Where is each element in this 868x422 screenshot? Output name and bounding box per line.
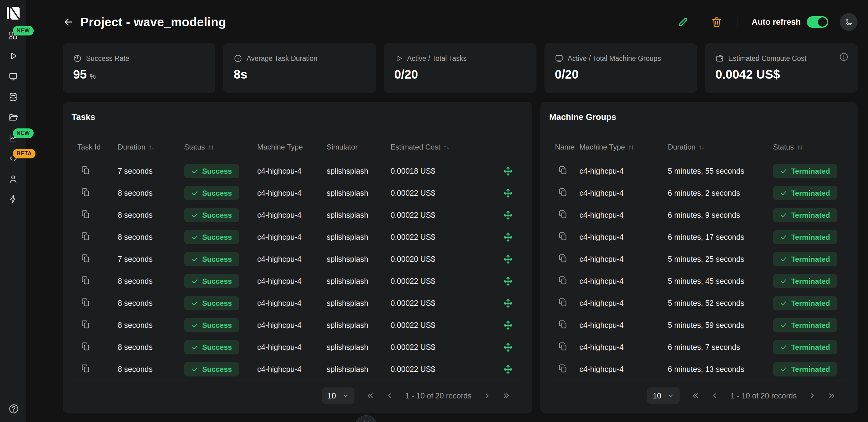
copy-name-button[interactable] (558, 254, 568, 263)
open-task-button[interactable] (503, 166, 513, 176)
status-badge: Terminated (773, 318, 837, 332)
sort-icon[interactable]: ↑↓ (797, 143, 802, 151)
beta-badge: BETA (13, 149, 35, 158)
check-icon (191, 234, 198, 241)
col-status[interactable]: Status↑↓ (184, 143, 257, 151)
page-size-select[interactable]: 10 (647, 387, 680, 404)
open-task-button[interactable] (503, 276, 513, 287)
sidebar-item-dashboard[interactable]: NEW (8, 31, 18, 40)
machine-groups-table-header: Name Machine Type↑↓ Duration↑↓ Status↑↓ (549, 142, 849, 152)
sort-icon[interactable]: ↑↓ (149, 143, 154, 151)
folder-open-icon (8, 113, 18, 122)
machine-groups-table-body: c4-highcpu-4 5 minutes, 55 seconds Termi… (549, 160, 849, 381)
sidebar-item-analytics[interactable]: NEW (8, 133, 18, 142)
sidebar-item-machines[interactable] (8, 72, 18, 81)
col-duration[interactable]: Duration↑↓ (118, 143, 184, 151)
prev-page-button[interactable] (386, 392, 394, 400)
stat-label: Estimated Compute Cost (728, 55, 807, 63)
auto-refresh-toggle[interactable] (807, 16, 828, 28)
prev-page-button[interactable] (711, 392, 719, 400)
page-size-select[interactable]: 10 (322, 387, 354, 404)
sort-icon[interactable]: ↑↓ (628, 143, 633, 151)
copy-icon (558, 166, 568, 175)
help-button[interactable] (8, 404, 18, 413)
copy-icon (558, 298, 568, 307)
delete-project-button[interactable] (711, 16, 722, 28)
sidebar-item-files[interactable] (8, 113, 18, 122)
first-page-button[interactable] (691, 392, 699, 400)
machine-group-row: c4-highcpu-4 5 minutes, 25 seconds Termi… (549, 248, 849, 270)
auto-refresh-label: Auto refresh (751, 18, 801, 27)
copy-task-id-button[interactable] (81, 298, 90, 307)
copy-task-id-button[interactable] (81, 342, 90, 351)
back-button[interactable] (63, 16, 74, 28)
check-icon (780, 366, 787, 373)
copy-icon (81, 298, 90, 307)
col-status[interactable]: Status↑↓ (773, 143, 849, 151)
task-estimated-cost: 0.00022 US$ (391, 189, 492, 198)
sidebar-item-tasks[interactable] (8, 52, 18, 61)
copy-name-button[interactable] (558, 364, 568, 373)
copy-name-button[interactable] (558, 188, 568, 197)
open-task-button[interactable] (503, 232, 513, 242)
last-page-button[interactable] (502, 392, 510, 400)
check-icon (191, 190, 198, 197)
edit-project-button[interactable] (677, 16, 689, 28)
open-task-button[interactable] (503, 210, 513, 221)
copy-task-id-button[interactable] (81, 364, 90, 373)
check-icon (780, 322, 787, 329)
open-task-button[interactable] (503, 342, 513, 353)
task-estimated-cost: 0.00022 US$ (391, 321, 492, 330)
open-task-button[interactable] (503, 364, 513, 375)
copy-name-button[interactable] (558, 298, 568, 307)
sidebar-item-api[interactable]: BETA (8, 154, 18, 163)
task-machine-type: c4-highcpu-4 (257, 211, 327, 220)
open-task-button[interactable] (503, 254, 513, 264)
last-page-button[interactable] (828, 392, 836, 400)
sidebar-item-usage[interactable] (8, 195, 18, 204)
copy-task-id-button[interactable] (81, 254, 90, 263)
open-task-button[interactable] (503, 188, 513, 198)
app-logo[interactable] (0, 0, 26, 26)
tasks-pagination: 10 1 - 10 of 20 records (71, 381, 523, 411)
copy-task-id-button[interactable] (81, 166, 90, 175)
next-page-button[interactable] (808, 392, 816, 400)
status-badge: Terminated (773, 340, 837, 354)
task-row: 8 seconds Success c4-highcpu-4 splishspl… (71, 204, 523, 226)
group-machine-type: c4-highcpu-4 (579, 233, 668, 241)
copy-task-id-button[interactable] (81, 210, 90, 219)
sidebar-item-storage[interactable] (8, 92, 18, 101)
task-duration: 8 seconds (118, 211, 184, 220)
col-estimated-cost[interactable]: Estimated Cost↑↓ (391, 143, 492, 151)
copy-name-button[interactable] (558, 320, 568, 329)
copy-name-button[interactable] (558, 166, 568, 175)
group-duration: 6 minutes, 17 seconds (668, 233, 773, 241)
open-task-button[interactable] (503, 298, 513, 309)
copy-icon (81, 166, 90, 175)
copy-icon (558, 210, 568, 219)
col-duration[interactable]: Duration↑↓ (668, 143, 773, 151)
status-badge: Success (184, 164, 239, 178)
sort-icon[interactable]: ↑↓ (208, 143, 214, 151)
sidebar-item-account[interactable] (8, 174, 18, 184)
next-page-button[interactable] (483, 392, 491, 400)
copy-task-id-button[interactable] (81, 320, 90, 329)
copy-task-id-button[interactable] (81, 232, 90, 241)
copy-name-button[interactable] (558, 342, 568, 351)
col-machine-type[interactable]: Machine Type↑↓ (579, 143, 668, 151)
theme-toggle-button[interactable] (840, 13, 858, 31)
open-task-button[interactable] (503, 320, 513, 331)
sort-icon[interactable]: ↑↓ (699, 143, 704, 151)
task-duration: 8 seconds (118, 321, 184, 330)
copy-task-id-button[interactable] (81, 188, 90, 197)
info-icon[interactable] (839, 52, 848, 62)
copy-icon (81, 232, 90, 241)
first-page-button[interactable] (366, 392, 374, 400)
sort-icon[interactable]: ↑↓ (443, 143, 449, 151)
copy-task-id-button[interactable] (81, 276, 90, 285)
copy-name-button[interactable] (558, 210, 568, 219)
copy-name-button[interactable] (558, 232, 568, 241)
copy-name-button[interactable] (558, 276, 568, 285)
stat-card-success-rate: Success Rate 95 % (63, 43, 215, 93)
move-icon (503, 320, 513, 331)
